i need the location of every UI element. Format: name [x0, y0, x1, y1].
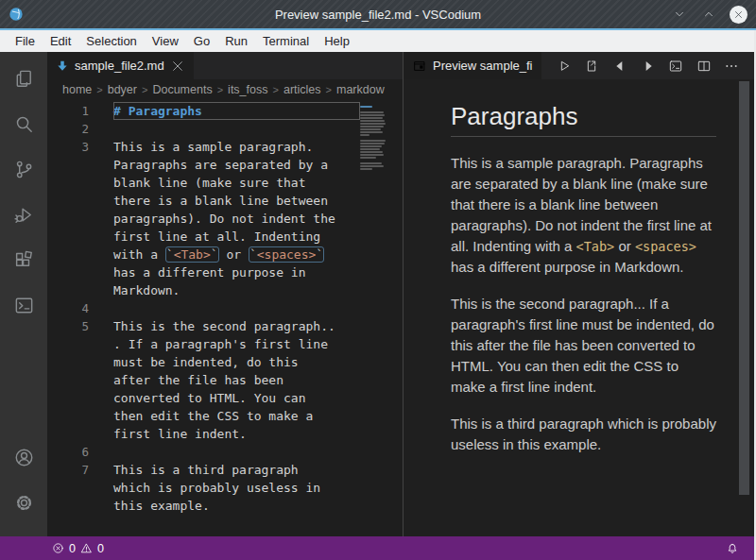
line-number: [47, 497, 89, 515]
terminal-icon: [668, 59, 683, 74]
editor-line-text[interactable]: first line at all. Indenting: [113, 228, 360, 246]
editor-code-area: 1# Paragraphs23This is a sample paragrap…: [47, 99, 360, 536]
editor-line: 2: [47, 120, 360, 138]
editor-line-text[interactable]: # Paragraphs: [113, 102, 360, 120]
minimap[interactable]: [360, 99, 390, 536]
menu-run[interactable]: Run: [217, 34, 255, 48]
error-circle-icon: [52, 542, 64, 554]
editor-line-text[interactable]: . If a paragraph's first line: [113, 335, 360, 353]
inline-code-token: `<Tab>`: [165, 246, 219, 263]
editor-line: 5This is the second paragraph..: [47, 317, 360, 335]
inline-code-token: `<spaces>`: [249, 246, 324, 263]
menu-terminal[interactable]: Terminal: [255, 34, 317, 48]
editor-line-text[interactable]: paragraphs). Do not indent the: [113, 210, 360, 228]
maximize-button[interactable]: [700, 6, 717, 23]
editor-tab-bar: sample_file2.md: [47, 52, 403, 79]
editor-line: blank line (make sure that: [47, 174, 360, 192]
run-icon: [557, 59, 572, 74]
preview-paragraph: This is a sample paragraph. Paragraphs a…: [451, 153, 716, 278]
editor-line-text[interactable]: then edit the CSS to make a: [113, 407, 360, 425]
breadcrumb-separator: >: [96, 84, 102, 95]
breadcrumb-item-markdow[interactable]: markdow: [336, 83, 385, 96]
editor-line: 7This is a third paragraph: [47, 461, 360, 479]
split-editor-button[interactable]: [695, 57, 713, 76]
minimize-button[interactable]: [671, 6, 688, 23]
notifications-button[interactable]: [726, 542, 739, 555]
line-number: 1: [47, 102, 89, 120]
editor-line: Markdown.: [47, 281, 360, 299]
warning-count: 0: [97, 542, 104, 555]
editor-line-text[interactable]: Markdown.: [113, 281, 360, 299]
problems-button[interactable]: 0 0: [52, 542, 104, 555]
editor-line-text[interactable]: converted to HTML. You can: [113, 389, 360, 407]
search-icon[interactable]: [1, 101, 46, 146]
tab-sample-file2[interactable]: sample_file2.md: [47, 52, 194, 79]
editor-line-text[interactable]: Paragraphs are separated by a: [113, 156, 360, 174]
menu-selection[interactable]: Selection: [78, 34, 144, 48]
close-button[interactable]: [730, 6, 747, 24]
forward-button[interactable]: [639, 57, 658, 76]
editor-line-text[interactable]: has a different purpose in: [113, 263, 360, 281]
editor-line-text[interactable]: with a `<Tab>` or `<spaces>`: [113, 246, 360, 263]
preview-scrollbar[interactable]: [739, 81, 749, 495]
editor-scrollbar-track[interactable]: [390, 99, 403, 536]
editor-line-text[interactable]: first line indent.: [113, 425, 360, 443]
menu-view[interactable]: View: [145, 34, 186, 48]
editor-line-text[interactable]: which is probably useless in: [113, 479, 360, 497]
menu-file[interactable]: File: [8, 34, 43, 48]
editor-line-text[interactable]: after the file has been: [113, 371, 360, 389]
more-actions-button[interactable]: [722, 57, 741, 76]
terminal-panel-icon[interactable]: [1, 282, 46, 328]
editor-line-text[interactable]: must be indented, do this: [113, 353, 360, 371]
account-icon[interactable]: [1, 434, 46, 480]
breadcrumb-item-articles[interactable]: articles: [284, 83, 321, 96]
run-debug-icon[interactable]: [1, 192, 46, 237]
files-icon[interactable]: [1, 56, 46, 101]
editor-line: 3This is a sample paragraph.: [47, 138, 360, 156]
breadcrumb-item-bdyer[interactable]: bdyer: [108, 83, 137, 96]
source-control-icon[interactable]: [1, 146, 46, 192]
breadcrumb-item-its_foss[interactable]: its_foss: [228, 83, 267, 96]
preview-paragraphs: This is a sample paragraph. Paragraphs a…: [451, 153, 716, 455]
editor-line-text[interactable]: blank line (make sure that: [113, 174, 360, 192]
editor-line-text[interactable]: This is the second paragraph..: [113, 317, 360, 335]
menu-go[interactable]: Go: [186, 34, 217, 48]
split-editor-icon: [696, 59, 712, 74]
chevron-up-icon: [703, 8, 714, 20]
menu-help[interactable]: Help: [317, 34, 357, 48]
open-preview-button[interactable]: [582, 57, 601, 76]
more-actions-icon: [724, 59, 739, 74]
preview-tab-label: Preview sample_fi: [433, 59, 533, 73]
back-button[interactable]: [610, 57, 629, 76]
editor-line-text[interactable]: [113, 299, 360, 317]
editor-line-text[interactable]: This is a third paragraph: [113, 461, 360, 479]
line-number: [47, 192, 89, 210]
editor-line: which is probably useless in: [47, 479, 360, 497]
chevron-down-icon: [674, 8, 685, 20]
tab-close-icon[interactable]: [170, 59, 185, 74]
editor-line-text[interactable]: [113, 120, 360, 138]
breadcrumb-item-Documents[interactable]: Documents: [152, 83, 212, 96]
extensions-icon[interactable]: [1, 237, 46, 282]
preview-paragraph: This is a third paragraph which is proba…: [451, 414, 716, 455]
status-bar: 0 0: [0, 536, 754, 560]
editor-line-text[interactable]: [113, 443, 360, 461]
warning-triangle-icon: [80, 542, 93, 554]
menu-edit[interactable]: Edit: [43, 34, 78, 48]
preview-layout-icon: [413, 59, 426, 73]
line-number: [47, 228, 89, 246]
editor-line-text[interactable]: This is a sample paragraph.: [113, 138, 360, 156]
editor-line-text[interactable]: this example.: [113, 497, 360, 515]
editor-line: first line indent.: [47, 425, 360, 443]
editor-line: first line at all. Indenting: [47, 228, 360, 246]
markdown-editor[interactable]: 1# Paragraphs23This is a sample paragrap…: [47, 99, 403, 536]
editor-line-text[interactable]: there is a blank line between: [113, 192, 360, 210]
run-button[interactable]: [555, 57, 574, 76]
tab-preview[interactable]: Preview sample_fi: [404, 52, 541, 79]
terminal-button[interactable]: [666, 57, 685, 76]
settings-gear-icon[interactable]: [1, 480, 46, 525]
breadcrumb: home>bdyer>Documents>its_foss>articles>m…: [47, 79, 403, 99]
line-number: [47, 479, 89, 497]
line-number: [47, 353, 89, 371]
breadcrumb-item-home[interactable]: home: [62, 83, 92, 96]
